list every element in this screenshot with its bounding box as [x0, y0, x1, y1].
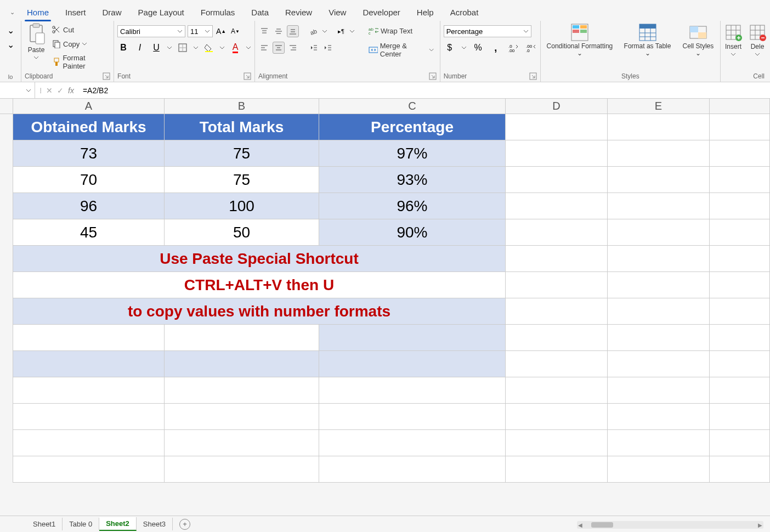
font-color-button[interactable]: A [229, 42, 241, 54]
sheet-tab-sheet2[interactable]: Sheet2 [99, 517, 137, 531]
cell[interactable] [710, 219, 770, 245]
cell[interactable] [506, 193, 608, 219]
cell-c3[interactable]: 93% [319, 167, 506, 193]
tab-help[interactable]: Help [410, 4, 440, 20]
note-row-3[interactable]: to copy values with number formats [13, 298, 506, 324]
col-header-d[interactable]: D [506, 99, 608, 114]
merge-center-button[interactable]: Merge & Center [366, 41, 437, 59]
underline-button[interactable]: U [150, 42, 162, 54]
sheet-tab-sheet3[interactable]: Sheet3 [137, 518, 173, 530]
cell[interactable] [608, 298, 710, 324]
scroll-right-icon[interactable]: ▶ [757, 522, 763, 528]
cell[interactable] [608, 167, 710, 193]
cell[interactable] [710, 114, 770, 140]
cell[interactable] [608, 325, 710, 350]
cell[interactable] [319, 351, 506, 377]
col-header-a[interactable]: A [13, 99, 165, 114]
cell[interactable] [608, 430, 710, 456]
cell[interactable] [710, 430, 770, 456]
decrease-indent-icon[interactable] [308, 42, 320, 54]
cut-button[interactable]: Cut [50, 24, 110, 35]
tab-formulas[interactable]: Formulas [194, 4, 242, 20]
cell[interactable] [608, 456, 710, 482]
select-all-corner[interactable] [0, 99, 13, 114]
cell[interactable] [165, 404, 319, 429]
cell[interactable] [608, 272, 710, 298]
accept-formula-icon[interactable]: ✓ [57, 86, 64, 95]
cell-c5[interactable]: 90% [319, 219, 506, 245]
cell[interactable] [710, 167, 770, 193]
cell[interactable] [710, 456, 770, 482]
chevron-down-icon[interactable] [193, 45, 199, 50]
cell[interactable] [319, 456, 506, 482]
cell[interactable] [13, 377, 165, 403]
align-center-icon[interactable] [273, 42, 285, 54]
add-sheet-button[interactable]: + [179, 519, 190, 530]
scrollbar-thumb[interactable] [591, 522, 613, 528]
paste-button[interactable]: Paste [25, 23, 48, 60]
tab-data[interactable]: Data [245, 4, 275, 20]
horizontal-scrollbar[interactable]: ◀ ▶ [577, 521, 763, 529]
quick-dropdown[interactable]: ⌄ [10, 9, 17, 16]
align-bottom-icon[interactable] [287, 25, 299, 37]
header-percentage[interactable]: Percentage [319, 114, 506, 140]
sheet-tab-sheet1[interactable]: Sheet1 [26, 518, 63, 530]
cell-a4[interactable]: 96 [13, 193, 165, 219]
cell[interactable] [165, 351, 319, 377]
cell[interactable] [710, 351, 770, 377]
chevron-down-icon[interactable] [219, 45, 225, 50]
tab-view[interactable]: View [322, 4, 353, 20]
percent-button[interactable]: % [472, 42, 484, 54]
cell[interactable] [319, 404, 506, 429]
header-total-marks[interactable]: Total Marks [165, 114, 319, 140]
cell-c4[interactable]: 96% [319, 193, 506, 219]
cell[interactable] [608, 193, 710, 219]
note-row-1[interactable]: Use Paste Special Shortcut [13, 246, 506, 271]
dialog-launcher-icon[interactable] [429, 72, 437, 80]
cell[interactable] [506, 246, 608, 271]
cell[interactable] [319, 325, 506, 350]
cell[interactable] [710, 140, 770, 166]
header-obtained-marks[interactable]: Obtained Marks [13, 114, 165, 140]
cell[interactable] [608, 377, 710, 403]
cell[interactable] [710, 404, 770, 429]
col-header-e[interactable]: E [608, 99, 710, 114]
cell[interactable] [608, 404, 710, 429]
cell-b5[interactable]: 50 [165, 219, 319, 245]
decrease-font-icon[interactable]: A▼ [229, 25, 241, 37]
cell[interactable] [710, 193, 770, 219]
tab-review[interactable]: Review [279, 4, 319, 20]
tab-page-layout[interactable]: Page Layout [132, 4, 191, 20]
cell[interactable] [13, 430, 165, 456]
fill-color-button[interactable] [203, 42, 215, 54]
tab-insert[interactable]: Insert [59, 4, 93, 20]
redo-dropdown-icon[interactable]: ⌄ [4, 38, 16, 50]
cell-a2[interactable]: 73 [13, 140, 165, 166]
cell[interactable] [710, 246, 770, 271]
cell[interactable] [506, 114, 608, 140]
formula-input[interactable]: =A2/B2 [78, 86, 770, 95]
cancel-formula-icon[interactable]: ✕ [46, 86, 53, 95]
increase-decimal-icon[interactable]: .0.00 [507, 42, 519, 54]
undo-dropdown-icon[interactable]: ⌄ [4, 24, 16, 36]
dialog-launcher-icon[interactable] [244, 72, 251, 80]
cell-b2[interactable]: 75 [165, 140, 319, 166]
cell[interactable] [608, 140, 710, 166]
col-header-b[interactable]: B [165, 99, 319, 114]
cell[interactable] [506, 219, 608, 245]
cell[interactable] [608, 219, 710, 245]
cell[interactable] [506, 272, 608, 298]
tab-acrobat[interactable]: Acrobat [444, 4, 485, 20]
wrap-text-button[interactable]: abc Wrap Text [366, 25, 437, 36]
cell-a3[interactable]: 70 [13, 167, 165, 193]
cell[interactable] [608, 351, 710, 377]
decrease-decimal-icon[interactable]: .00.0 [525, 42, 537, 54]
cell[interactable] [608, 246, 710, 271]
increase-font-icon[interactable]: A▲ [215, 25, 227, 37]
cell[interactable] [506, 167, 608, 193]
chevron-down-icon[interactable] [461, 45, 467, 50]
cell[interactable] [506, 430, 608, 456]
note-row-2[interactable]: CTRL+ALT+V then U [13, 272, 506, 298]
align-middle-icon[interactable] [273, 25, 285, 37]
cell[interactable] [319, 430, 506, 456]
